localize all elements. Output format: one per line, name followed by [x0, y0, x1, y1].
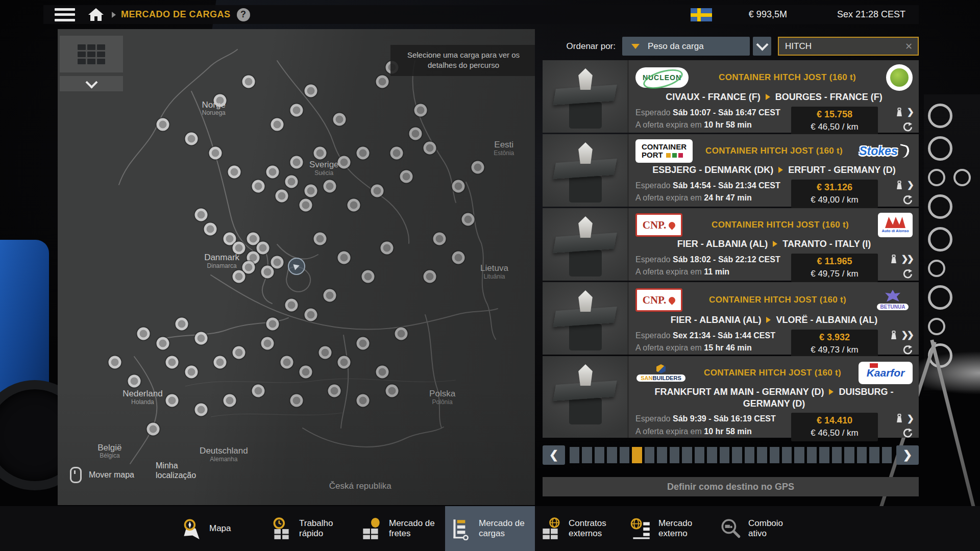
sort-direction-button[interactable]	[753, 37, 771, 56]
cargo-map-marker[interactable]	[194, 404, 207, 416]
cargo-map-marker[interactable]	[452, 180, 465, 192]
cargo-map-marker[interactable]	[247, 232, 260, 245]
cargo-map-marker[interactable]	[318, 346, 331, 359]
cargo-map-marker[interactable]	[414, 104, 427, 116]
cargo-map-marker[interactable]	[252, 180, 264, 192]
cargo-map-marker[interactable]	[223, 394, 236, 407]
cargo-map-marker[interactable]	[290, 156, 303, 169]
cargo-map-marker[interactable]	[300, 199, 312, 212]
page-block[interactable]	[869, 447, 879, 463]
menu-icon[interactable]	[55, 8, 75, 21]
cargo-map-marker[interactable]	[147, 422, 160, 435]
cargo-map-marker[interactable]	[266, 165, 279, 178]
cargo-map-marker[interactable]	[376, 365, 388, 378]
cargo-map-marker[interactable]	[271, 118, 284, 131]
page-block[interactable]	[720, 447, 729, 463]
help-icon[interactable]: ?	[237, 8, 250, 21]
cargo-map-marker[interactable]	[376, 75, 388, 88]
page-block[interactable]	[657, 447, 667, 463]
page-block[interactable]	[595, 447, 604, 463]
cargo-map-marker[interactable]	[223, 232, 236, 245]
cargo-map-marker[interactable]	[194, 332, 207, 345]
page-block[interactable]	[757, 447, 767, 463]
page-block[interactable]	[620, 447, 629, 463]
cargo-map-marker[interactable]	[290, 104, 303, 116]
cargo-map[interactable]: NorgeNoruegaSverigeSuéciaEestiEstôniaDan…	[58, 29, 535, 505]
cargo-offer-card[interactable]: CONTAINERPORT CONTAINER HITCH JOST (160 …	[543, 134, 919, 207]
cargo-map-marker[interactable]	[357, 337, 370, 349]
cargo-map-marker[interactable]	[233, 270, 246, 283]
cargo-map-marker[interactable]	[304, 308, 317, 321]
page-block[interactable]	[570, 447, 579, 463]
cargo-map-marker[interactable]	[333, 113, 346, 126]
cargo-map-marker[interactable]	[357, 146, 370, 159]
search-input[interactable]: HITCH	[785, 41, 905, 52]
cargo-map-marker[interactable]	[304, 185, 317, 197]
cargo-map-marker[interactable]	[357, 394, 370, 407]
page-block[interactable]	[695, 447, 704, 463]
cargo-map-marker[interactable]	[228, 165, 240, 178]
cargo-map-marker[interactable]	[137, 328, 150, 340]
cargo-map-marker[interactable]	[204, 222, 217, 235]
cargo-map-marker[interactable]	[257, 242, 270, 255]
cargo-map-marker[interactable]	[209, 146, 222, 159]
cargo-map-marker[interactable]	[300, 365, 312, 378]
cargo-map-marker[interactable]	[128, 375, 140, 388]
cargo-map-marker[interactable]	[156, 118, 169, 131]
page-block[interactable]	[645, 447, 654, 463]
cargo-map-marker[interactable]	[347, 199, 360, 212]
cargo-offer-card[interactable]: NUCLEON CONTAINER HITCH JOST (160 t) CIV…	[543, 60, 919, 133]
cargo-map-marker[interactable]	[409, 128, 422, 140]
cargo-map-marker[interactable]	[314, 146, 327, 159]
cargo-map-marker[interactable]	[176, 318, 188, 331]
cargo-map-marker[interactable]	[462, 213, 475, 226]
page-block[interactable]	[670, 447, 679, 463]
page-block[interactable]	[732, 447, 742, 463]
cargo-map-marker[interactable]	[361, 270, 374, 283]
cargo-offer-card[interactable]: CNP. CONTAINER HITCH JOST (160 t) Auto d…	[543, 208, 919, 281]
clear-search-icon[interactable]: ✕	[905, 41, 913, 52]
nav-item-quick-job[interactable]: Trabalho rápido	[265, 506, 355, 551]
page-block[interactable]	[844, 447, 854, 463]
page-block[interactable]	[607, 447, 617, 463]
nav-item-external-contracts[interactable]: Contratos externos	[535, 506, 625, 551]
nav-item-cargo-market[interactable]: Mercado de cargas	[445, 506, 535, 551]
nav-item-freight-market[interactable]: Mercado de fretes	[355, 506, 445, 551]
cargo-map-marker[interactable]	[285, 299, 298, 312]
my-location-label[interactable]: Minha localização	[156, 461, 217, 480]
cargo-map-marker[interactable]	[395, 328, 408, 340]
cargo-map-marker[interactable]	[385, 385, 398, 397]
cargo-map-marker[interactable]	[233, 346, 246, 359]
nav-item-active-convoy[interactable]: Comboio ativo	[715, 506, 804, 551]
cargo-map-marker[interactable]	[185, 365, 198, 378]
cargo-offer-card[interactable]: CNP. CONTAINER HITCH JOST (160 t) BETUNU…	[543, 282, 919, 355]
nav-item-map[interactable]: Mapa	[176, 506, 265, 551]
cargo-map-marker[interactable]	[328, 385, 341, 397]
cargo-map-marker[interactable]	[390, 146, 403, 159]
page-block[interactable]	[745, 447, 754, 463]
cargo-map-marker[interactable]	[109, 356, 121, 369]
sort-dropdown[interactable]: Peso da carga	[622, 37, 750, 56]
cargo-map-marker[interactable]	[323, 180, 336, 192]
page-next-button[interactable]: ❯	[896, 445, 919, 465]
cargo-map-marker[interactable]	[280, 356, 293, 369]
cargo-map-marker[interactable]	[252, 385, 264, 397]
cargo-search-box[interactable]: HITCH ✕	[778, 37, 919, 56]
cargo-map-marker[interactable]	[338, 251, 351, 264]
cargo-map-marker[interactable]	[471, 161, 484, 173]
cargo-map-marker[interactable]	[323, 289, 336, 302]
page-block[interactable]	[682, 447, 692, 463]
cargo-map-marker[interactable]	[233, 242, 246, 255]
page-block[interactable]	[582, 447, 592, 463]
page-prev-button[interactable]: ❮	[543, 445, 565, 465]
page-block[interactable]	[770, 447, 779, 463]
cargo-map-marker[interactable]	[266, 318, 279, 331]
cargo-map-marker[interactable]	[338, 356, 351, 369]
nav-item-external-market[interactable]: Mercado externo	[625, 506, 715, 551]
cargo-offer-card[interactable]: SANBUILDERS CONTAINER HITCH JOST (160 t)…	[543, 356, 919, 438]
cargo-map-marker[interactable]	[452, 251, 465, 264]
cargo-map-marker[interactable]	[271, 256, 284, 269]
cargo-map-marker[interactable]	[213, 356, 226, 369]
cargo-map-marker[interactable]	[261, 337, 274, 349]
cargo-map-marker[interactable]	[166, 394, 179, 407]
